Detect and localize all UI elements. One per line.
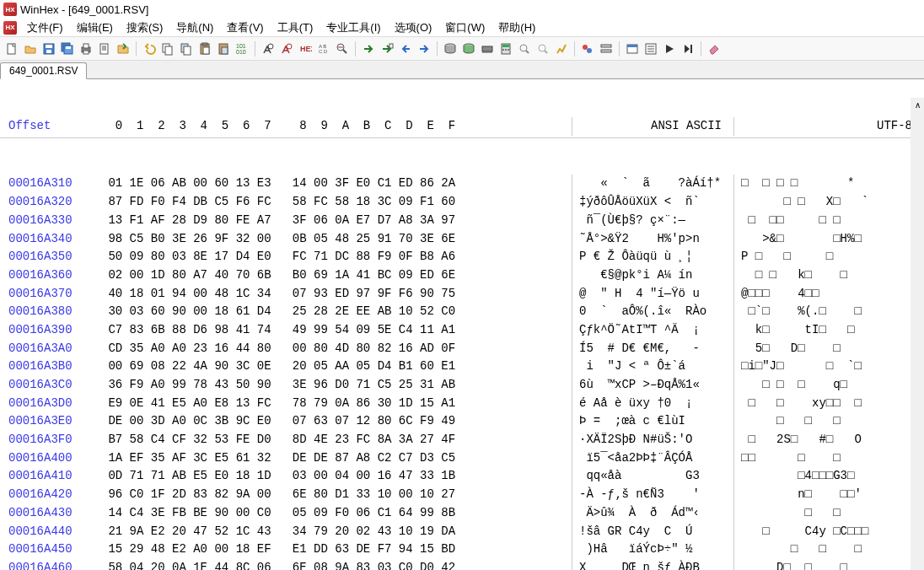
hex-cell[interactable]: 02 00 1D 80 A7 40 70 6B B0 69 1A 41 BC 0… <box>94 266 572 285</box>
hex-row[interactable]: 00016A320 87 FD F0 F4 DB C5 F6 FC 58 FC … <box>0 193 924 212</box>
hex-cell[interactable]: 21 9A E2 20 47 52 1C 43 34 79 20 02 43 1… <box>94 523 572 541</box>
ansi-cell[interactable]: é Aå è üxy †0 ¡ <box>572 395 733 413</box>
hex-row[interactable]: 00016A390 C7 83 6B 88 D6 98 41 74 49 99 … <box>0 321 924 340</box>
print-icon[interactable] <box>78 40 94 57</box>
utf8-cell[interactable]: □ □ □ □ * <box>733 175 924 193</box>
utf8-cell[interactable]: □`□ %(.□ □ <box>733 303 924 321</box>
hex-cell[interactable]: 15 29 48 E2 A0 00 18 EF E1 DD 63 DE F7 9… <box>94 540 572 559</box>
hex-cell[interactable]: 96 C0 1F 2D 83 82 9A 00 6E 80 D1 33 10 0… <box>94 486 572 504</box>
save-icon[interactable] <box>40 40 57 57</box>
ansi-cell[interactable]: €§@pk°i A¼ ín <box>572 266 733 285</box>
hex-cell[interactable]: E9 0E 41 E5 A0 E8 13 FC 78 79 0A 86 30 1… <box>94 395 572 413</box>
hex-search-icon[interactable]: HEX <box>297 40 314 57</box>
goto-sector-icon[interactable] <box>379 40 395 57</box>
hex-row[interactable]: 00016A350 50 09 80 03 8E 17 D4 E0 FC 71 … <box>0 248 924 266</box>
disk-icon[interactable] <box>442 40 459 57</box>
utf8-cell[interactable]: □ C4y □C□□□ <box>733 523 924 541</box>
hex-row[interactable]: 00016A3E0 DE 00 3D A0 0C 3B 9C E0 07 63 … <box>0 412 924 431</box>
hex-row[interactable]: 00016A3B0 00 69 08 22 4A 90 3C 0E 20 05 … <box>0 358 924 376</box>
hex-row[interactable]: 00016A370 40 18 01 94 00 48 1C 34 07 93 … <box>0 285 924 304</box>
ansi-cell[interactable]: « ` ã ?àÁí†* <box>572 175 733 193</box>
eraser-icon[interactable] <box>706 40 723 57</box>
hex-row[interactable]: 00016A3A0 CD 35 A0 A0 23 16 44 80 00 80 … <box>0 340 924 358</box>
play-icon[interactable] <box>661 40 678 57</box>
utf8-cell[interactable]: □i□"J□ □ `□ <box>733 358 924 376</box>
forward-icon[interactable] <box>416 40 432 57</box>
list-icon[interactable] <box>642 40 659 57</box>
hex-cell[interactable]: 50 09 80 03 8E 17 D4 E0 FC 71 DC 88 F9 0… <box>94 248 572 266</box>
hex-row[interactable]: 00016A450 15 29 48 E2 A0 00 18 EF E1 DD … <box>0 540 924 559</box>
utf8-cell[interactable]: □ □ k□ □ <box>733 266 924 285</box>
ansi-cell[interactable]: !šâ GR C4y C Ú <box>572 523 733 541</box>
hex-row[interactable]: 00016A380 30 03 60 90 00 18 61 D4 25 28 … <box>0 303 924 321</box>
menu-item-7[interactable]: 选项(O) <box>388 19 439 37</box>
disk2-icon[interactable] <box>460 40 477 57</box>
hex-cell[interactable]: 30 03 60 90 00 18 61 D4 25 28 2E EE AB 1… <box>94 303 572 321</box>
hex-cell[interactable]: 36 F9 A0 99 78 43 50 90 3E 96 D0 71 C5 2… <box>94 376 572 395</box>
binary-icon[interactable]: 101010 <box>234 40 250 57</box>
menu-item-3[interactable]: 导航(N) <box>169 19 220 37</box>
hex-row[interactable]: 00016A460 58 04 20 0A 1E 44 8C 06 6E 08 … <box>0 559 924 570</box>
find-hex-icon[interactable] <box>278 40 295 57</box>
menu-item-5[interactable]: 工具(T) <box>271 19 320 37</box>
menu-item-1[interactable]: 编辑(E) <box>70 19 120 37</box>
tool-icon[interactable] <box>535 40 551 57</box>
hex-cell[interactable]: 87 FD F0 F4 DB C5 F6 FC 58 FC 58 18 3C 0… <box>94 193 572 212</box>
back-icon[interactable] <box>397 40 414 57</box>
hex-cell[interactable]: CD 35 A0 A0 23 16 44 80 00 80 4D 80 82 1… <box>94 340 572 358</box>
ansi-cell[interactable]: Çƒk^Ö˜AtI™T ^Ä ¡ <box>572 321 733 340</box>
ram-icon[interactable] <box>479 40 496 57</box>
hex-row[interactable]: 00016A410 0D 71 71 AB E5 E0 18 1D 03 00 … <box>0 467 924 486</box>
hex-cell[interactable]: DE 00 3D A0 0C 3B 9C E0 07 63 07 12 80 6… <box>94 412 572 431</box>
hex-cell[interactable]: 1A EF 35 AF 3C E5 61 32 DE DE 87 A8 C2 C… <box>94 449 572 468</box>
open-file-icon[interactable] <box>22 40 39 57</box>
ansi-cell[interactable]: ñ¯(Ù€þ§? ç×¨:— <box>572 212 733 230</box>
menu-item-4[interactable]: 查看(V) <box>220 19 270 37</box>
ansi-cell[interactable]: P € Ž Ôàüqü ù ¸¦ <box>572 248 733 266</box>
hex-row[interactable]: 00016A440 21 9A E2 20 47 52 1C 43 34 79 … <box>0 523 924 541</box>
find-text-icon[interactable]: A BC D <box>315 40 332 57</box>
utf8-cell[interactable]: □ □ □ q□ <box>733 376 924 395</box>
menu-item-0[interactable]: 文件(F) <box>20 19 70 37</box>
hex-row[interactable]: 00016A400 1A EF 35 AF 3C E5 61 32 DE DE … <box>0 449 924 468</box>
hex-row[interactable]: 00016A360 02 00 1D 80 A7 40 70 6B B0 69 … <box>0 266 924 285</box>
ansi-cell[interactable]: Þ = ;œà c €lùI <box>572 412 733 431</box>
ansi-cell[interactable]: ˜Å°>&Ÿ2 H%'p>n <box>572 230 733 249</box>
utf8-cell[interactable]: □ 2S□ #□ O <box>733 431 924 449</box>
ansi-cell[interactable]: -À -ƒ‚š n€Ñ3 ' <box>572 486 733 504</box>
balls-icon[interactable] <box>579 40 596 57</box>
utf8-cell[interactable]: □ □ X□ ` <box>733 193 924 212</box>
hex-cell[interactable]: 00 69 08 22 4A 90 3C 0E 20 05 AA 05 D4 B… <box>94 358 572 376</box>
hex-cell[interactable]: B7 58 C4 CF 32 53 FE D0 8D 4E 23 FC 8A 3… <box>94 431 572 449</box>
ansi-cell[interactable]: Í5 # D€ €M€, - <box>572 340 733 358</box>
utf8-cell[interactable]: n□ □□' <box>733 486 924 504</box>
paste-icon[interactable] <box>196 40 213 57</box>
ansi-cell[interactable]: qq«åà G3 <box>572 467 733 486</box>
new-file-icon[interactable] <box>3 40 20 57</box>
hex-cell[interactable]: 0D 71 71 AB E5 E0 18 1D 03 00 04 00 16 4… <box>94 467 572 486</box>
hex-row[interactable]: 00016A3F0 B7 58 C4 CF 32 53 FE D0 8D 4E … <box>0 431 924 449</box>
analyze-icon[interactable] <box>553 40 570 57</box>
menu-item-9[interactable]: 帮助(H) <box>492 19 542 37</box>
ansi-cell[interactable]: ·XÄÏ2SþÐ N#üŠ:'O <box>572 431 733 449</box>
ansi-cell[interactable]: @ ″ H 4 ″í—Ÿö u <box>572 285 733 304</box>
hex-row[interactable]: 00016A330 13 F1 AF 28 D9 80 FE A7 3F 06 … <box>0 212 924 230</box>
utf8-cell[interactable]: □ □ xy□□ □ <box>733 395 924 413</box>
step-icon[interactable] <box>680 40 696 57</box>
ansi-cell[interactable]: 6ù ™xCP >–ÐqÅ%1« <box>572 376 733 395</box>
hex-row[interactable]: 00016A430 14 C4 3E FB BE 90 00 C0 05 09 … <box>0 504 924 523</box>
ansi-cell[interactable]: 0 ` aÔ%(.î« RÀo <box>572 303 733 321</box>
calculator-icon[interactable] <box>497 40 514 57</box>
menu-item-2[interactable]: 搜索(S) <box>120 19 169 37</box>
replace-icon[interactable] <box>334 40 351 57</box>
utf8-cell[interactable]: □ □ □ <box>733 412 924 431</box>
ansi-cell[interactable]: X DŒ n šƒ ÀÐB <box>572 559 733 570</box>
save-all-icon[interactable] <box>59 40 76 57</box>
utf8-cell[interactable]: >&□ □H%□ <box>733 230 924 249</box>
hex-row[interactable]: 00016A3D0 E9 0E 41 E5 A0 E8 13 FC 78 79 … <box>0 395 924 413</box>
ansi-cell[interactable]: i "J < ª Ô±`á <box>572 358 733 376</box>
hex-cell[interactable]: 58 04 20 0A 1E 44 8C 06 6E 08 9A 83 03 C… <box>94 559 572 570</box>
menu-item-8[interactable]: 窗口(W) <box>438 19 492 37</box>
undo-icon[interactable] <box>141 40 158 57</box>
goto-icon[interactable] <box>360 40 377 57</box>
